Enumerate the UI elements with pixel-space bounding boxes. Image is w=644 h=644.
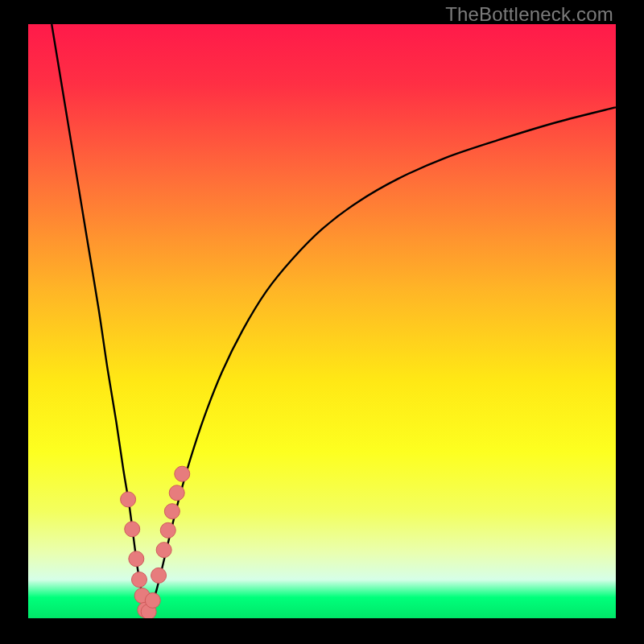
gradient-background (28, 24, 616, 618)
marker-dot (160, 522, 175, 538)
watermark-text: TheBottleneck.com (445, 3, 613, 26)
marker-dot (131, 572, 147, 588)
marker-dot (121, 492, 136, 507)
marker-dot (125, 522, 140, 537)
plot-area (28, 24, 616, 618)
outer-frame: TheBottleneck.com (0, 0, 644, 644)
marker-dot (151, 568, 167, 583)
marker-dot (175, 466, 190, 481)
marker-dot (164, 504, 180, 519)
marker-dot (156, 543, 171, 558)
marker-dot (169, 485, 184, 501)
chart-svg (28, 24, 616, 618)
marker-dot (145, 592, 160, 608)
marker-dot (129, 551, 144, 567)
